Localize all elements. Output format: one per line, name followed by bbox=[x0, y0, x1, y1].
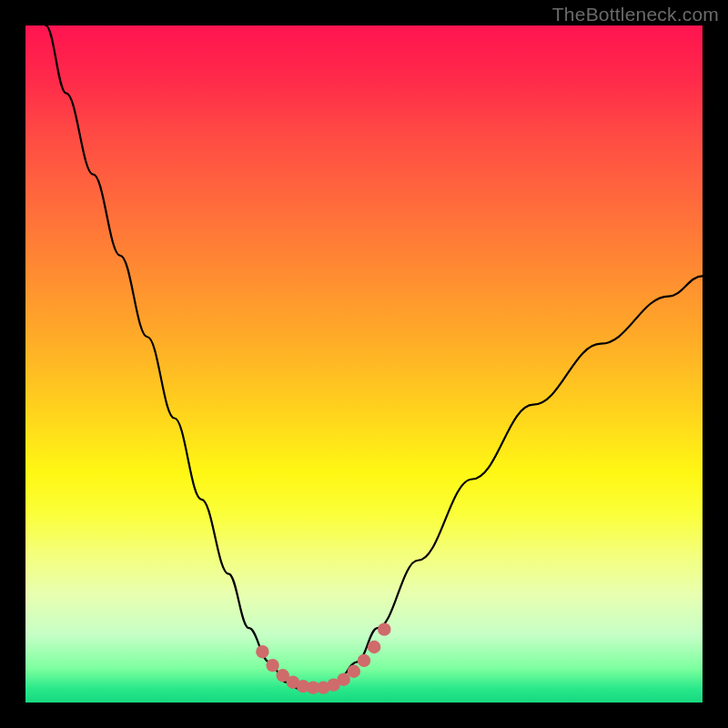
optimal-range-dot bbox=[337, 673, 349, 686]
optimal-range-dot bbox=[378, 622, 390, 635]
watermark-text: TheBottleneck.com bbox=[552, 4, 719, 25]
chart-plot-area bbox=[25, 25, 703, 703]
optimal-range-markers bbox=[256, 622, 390, 693]
optimal-range-dot bbox=[348, 665, 360, 678]
optimal-range-dot bbox=[368, 641, 380, 653]
optimal-range-dot bbox=[358, 654, 370, 667]
optimal-range-dot bbox=[266, 659, 278, 672]
bottleneck-curve-line bbox=[46, 25, 703, 689]
chart-svg bbox=[25, 25, 703, 703]
optimal-range-dot bbox=[256, 645, 268, 658]
